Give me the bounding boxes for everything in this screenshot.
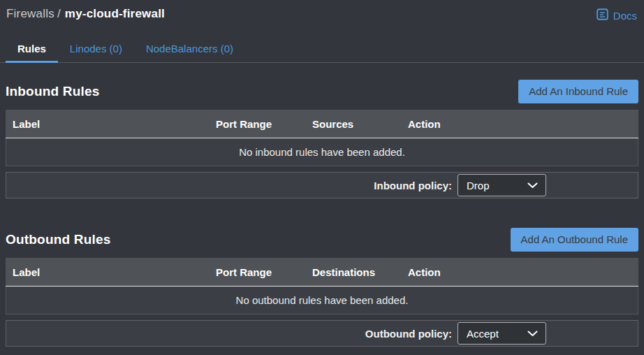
column-header-port-range: Port Range [216,266,312,278]
tab-rules[interactable]: Rules [6,37,58,62]
column-header-action: Action [408,266,638,278]
page-title: my-cloud-firewall [65,7,165,20]
column-header-sources: Sources [312,118,408,130]
inbound-policy-value: Drop [467,180,490,191]
inbound-policy-select[interactable]: Drop [458,174,546,196]
docs-link-label: Docs [613,10,637,22]
inbound-rules-table: Label Port Range Sources Action No inbou… [6,110,638,166]
outbound-empty-message: No outbound rules have been added. [236,294,409,306]
column-header-action: Action [408,118,638,130]
inbound-policy-label: Inbound policy: [374,180,452,191]
outbound-rules-title: Outbound Rules [6,232,111,247]
top-bar: Firewalls/my-cloud-firewall Docs [0,0,644,22]
breadcrumb: Firewalls/my-cloud-firewall [6,7,165,21]
add-inbound-rule-button[interactable]: Add An Inbound Rule [518,80,638,103]
inbound-rules-title: Inbound Rules [6,84,100,99]
breadcrumb-separator: / [57,7,61,20]
inbound-table-header: Label Port Range Sources Action [6,110,638,138]
outbound-policy-label: Outbound policy: [365,328,452,340]
outbound-policy-row: Outbound policy: Accept [6,320,638,347]
outbound-empty-row: No outbound rules have been added. [6,287,638,314]
column-header-destinations: Destinations [312,266,408,278]
tab-bar: Rules Linodes (0) NodeBalancers (0) [0,37,644,63]
tab-linodes[interactable]: Linodes (0) [58,37,134,62]
column-header-label: Label [13,118,216,130]
chevron-down-icon [527,182,538,189]
tab-nodebalancers[interactable]: NodeBalancers (0) [134,37,245,62]
column-header-port-range: Port Range [216,118,312,130]
inbound-section-header: Inbound Rules Add An Inbound Rule [0,80,644,103]
add-outbound-rule-button[interactable]: Add An Outbound Rule [511,228,638,252]
outbound-rules-table: Label Port Range Destinations Action No … [6,258,638,314]
inbound-policy-row: Inbound policy: Drop [6,172,638,198]
outbound-policy-select[interactable]: Accept [458,322,546,345]
chevron-down-icon [527,331,538,337]
inbound-empty-row: No inbound rules have been added. [6,138,638,166]
breadcrumb-firewalls-link[interactable]: Firewalls [6,7,54,20]
outbound-section-header: Outbound Rules Add An Outbound Rule [0,228,644,252]
column-header-label: Label [13,266,216,278]
outbound-policy-value: Accept [467,328,499,340]
outbound-table-header: Label Port Range Destinations Action [6,258,638,287]
inbound-empty-message: No inbound rules have been added. [239,146,405,158]
firewall-detail-page: { "colors": { "page_bg": "#33363c", "acc… [0,0,644,355]
document-icon [597,8,608,22]
docs-link[interactable]: Docs [597,7,637,22]
